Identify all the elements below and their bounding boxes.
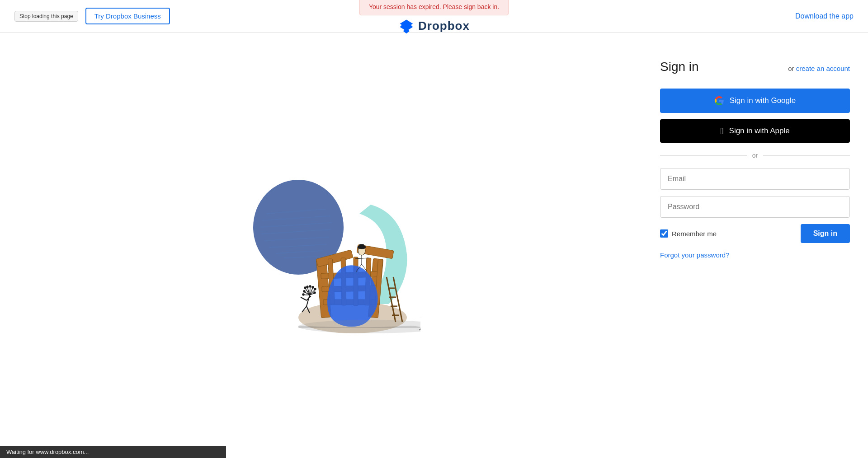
stop-loading-button[interactable]: Stop loading this page [14,11,78,22]
remember-me-checkbox[interactable] [660,229,668,238]
or-text: or [788,65,794,72]
sign-in-apple-label: Sign in with Apple [729,126,790,136]
or-divider: or [660,152,850,159]
session-expired-banner: Your session has expired. Please sign ba… [359,0,509,15]
main-content: Sign in or create an account Sign in wit… [0,33,868,458]
google-icon [714,96,724,106]
dropbox-logo-icon [398,18,415,34]
or-line-left [660,155,747,156]
forgot-password-link[interactable]: Forgot your password? [660,251,850,259]
try-business-button[interactable]: Try Dropbox Business [85,8,170,24]
svg-line-55 [307,295,310,306]
signin-header: Sign in or create an account [660,60,850,74]
illustration-area [0,33,651,458]
signin-or-create-text: or create an account [788,65,850,72]
remember-me-text: Remember me [672,230,717,238]
header-center: Your session has expired. Please sign ba… [359,0,509,34]
svg-point-53 [303,290,305,292]
dropbox-wordmark: Dropbox [418,19,470,33]
svg-rect-38 [359,244,364,248]
svg-point-48 [307,286,308,288]
signin-actions: Remember me Sign in [660,224,850,243]
create-account-link[interactable]: create an account [796,65,850,72]
header: Stop loading this page Try Dropbox Busin… [0,0,868,33]
svg-point-47 [304,287,306,289]
signin-area: Sign in or create an account Sign in wit… [651,33,868,458]
status-bar: Waiting for www.dropbox.com... [0,446,226,458]
hero-illustration [231,150,420,340]
or-divider-text: or [752,152,758,159]
header-right: Download the app [795,12,854,20]
svg-point-50 [312,286,314,288]
sign-in-button[interactable]: Sign in [801,224,850,243]
signin-title: Sign in [660,60,699,74]
download-app-link[interactable]: Download the app [795,12,854,20]
dropbox-logo: Dropbox [398,18,470,34]
or-line-right [763,155,850,156]
sign-in-google-button[interactable]: Sign in with Google [660,89,850,113]
password-input[interactable] [660,196,850,218]
sign-in-apple-button[interactable]:  Sign in with Apple [660,119,850,143]
svg-point-51 [314,288,316,290]
header-left: Stop loading this page Try Dropbox Busin… [14,8,170,24]
sign-in-google-label: Sign in with Google [730,96,796,105]
svg-point-52 [314,292,316,294]
svg-line-56 [301,297,307,300]
email-input[interactable] [660,168,850,190]
apple-icon:  [720,126,723,136]
remember-me-label[interactable]: Remember me [660,229,717,238]
svg-point-49 [309,285,311,287]
svg-point-54 [302,294,304,295]
